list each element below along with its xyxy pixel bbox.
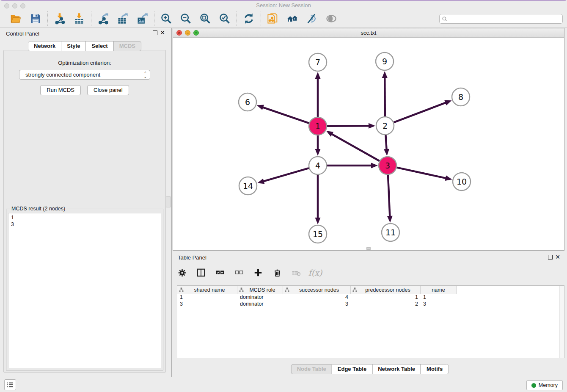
refresh-layout-icon[interactable] [242,12,255,25]
hierarchy-icon [285,287,289,292]
column-header-successor-nodes[interactable]: successor nodes [283,286,351,294]
hide-eye-icon[interactable] [306,12,318,25]
table-cell[interactable]: dominator [237,301,283,308]
graph-edge-4-14[interactable] [263,168,309,182]
save-session-icon[interactable] [29,12,42,25]
vertical-splitter[interactable] [169,28,173,377]
delete-table-icon[interactable] [291,268,301,278]
zoom-fit-icon[interactable] [199,12,212,25]
close-panel-button[interactable]: Close panel [87,85,129,95]
table-cell[interactable]: 1 [351,294,421,301]
graph-node-15[interactable]: 15 [309,225,327,243]
delete-column-icon[interactable] [272,268,282,278]
network-canvas[interactable]: 7968124314101511 [173,38,564,250]
tab-mcds[interactable]: MCDS [113,41,141,51]
export-table-icon[interactable] [116,12,129,25]
graph-edge-arrowhead [315,72,321,79]
graph-edge-3-10[interactable] [396,168,446,178]
memory-button[interactable]: Memory [526,380,563,390]
graph-node-1[interactable]: 1 [309,117,327,135]
scrollbar[interactable] [559,286,564,358]
control-panel: Control Panel ✕ NetworkStyleSelectMCDS O… [0,28,169,377]
column-header-predecessor-nodes[interactable]: predecessor nodes [351,286,421,294]
table-cell[interactable]: 1 [421,294,457,301]
export-network-icon[interactable] [97,12,110,25]
graph-edge-arrowhead [445,175,452,181]
graph-node-2[interactable]: 2 [376,117,394,135]
column-header-name[interactable]: name [421,286,457,294]
gear-icon[interactable] [177,268,187,278]
graph-edge-1-2[interactable] [327,126,369,126]
graph-node-3[interactable]: 3 [379,157,396,174]
tab-select[interactable]: Select [85,41,113,51]
graph-node-14[interactable]: 14 [239,177,257,195]
mcds-result-box: MCDS result (2 nodes) 1 3 [6,209,163,370]
table-row[interactable]: 3dominator323 [177,301,564,308]
tab-edge-table[interactable]: Edge Table [332,364,372,374]
table-cell[interactable]: 3 [177,301,237,308]
canvas-splitter-grip[interactable] [366,247,371,250]
zoom-out-icon[interactable] [179,12,192,25]
table-cell[interactable]: 1 [177,294,237,301]
graph-node-8[interactable]: 8 [452,88,470,106]
unselect-all-icon[interactable] [234,268,244,278]
import-table-icon[interactable] [73,12,85,25]
mcds-result-list[interactable]: 1 3 [8,213,161,368]
graph-node-10[interactable]: 10 [453,173,471,190]
network-file-icon[interactable] [267,12,279,25]
search-icon [442,16,448,22]
table-cell[interactable]: 2 [351,301,421,308]
tab-network[interactable]: Network [28,41,61,51]
criterion-select[interactable]: strongly connected component ⌃⌄ [19,70,150,80]
import-network-icon[interactable] [53,12,66,25]
graph-node-4[interactable]: 4 [309,157,327,174]
zoom-selected-icon[interactable] [218,12,231,25]
tab-style[interactable]: Style [61,41,86,51]
svg-text:1: 1 [315,121,320,131]
function-builder-icon[interactable]: f(x) [310,268,320,278]
table-cell[interactable]: dominator [237,294,283,301]
open-session-icon[interactable] [10,12,22,25]
table-cell[interactable]: 3 [421,301,457,308]
graph-edge-1-6[interactable] [262,107,309,123]
tab-network-table[interactable]: Network Table [372,364,421,374]
graph-node-11[interactable]: 11 [382,224,399,241]
run-mcds-button[interactable]: Run MCDS [40,85,81,95]
graph-node-9[interactable]: 9 [376,52,394,70]
split-view-icon[interactable] [196,268,206,278]
mcds-result-title: MCDS result (2 nodes) [10,206,67,212]
optimization-criterion-label: Optimization criterion: [4,60,165,66]
zoom-in-icon[interactable] [160,12,173,25]
graph-edge-2-3[interactable] [385,135,386,150]
hierarchy-icon [239,287,244,292]
graph-edge-3-1[interactable] [331,134,380,161]
graph-edge-2-8[interactable] [394,102,446,122]
float-panel-icon[interactable] [153,30,157,35]
mcds-panel: Optimization criterion: strongly connect… [3,50,166,373]
graph-edge-arrowhead [387,216,393,223]
hierarchy-icon [179,287,184,292]
column-header-shared-name[interactable]: shared name [177,286,237,294]
search-input[interactable] [448,15,562,23]
graph-edge-2-9[interactable] [385,77,385,116]
network-window-titlebar[interactable]: ✕ − + scc.txt [173,28,564,38]
graph-node-6[interactable]: 6 [239,93,256,111]
splitter-grip[interactable] [166,196,171,207]
add-column-icon[interactable] [253,268,263,278]
column-header-MCDS-role[interactable]: MCDS role [237,286,283,294]
close-table-panel-icon[interactable]: ✕ [555,254,560,260]
float-table-panel-icon[interactable] [548,255,553,259]
export-image-icon[interactable] [136,12,149,25]
tab-motifs[interactable]: Motifs [421,364,449,374]
tab-node-table[interactable]: Node Table [291,364,332,374]
graph-edge-3-11[interactable] [388,175,390,217]
task-history-icon[interactable] [4,379,16,390]
close-panel-icon[interactable]: ✕ [160,29,165,36]
show-eye-icon[interactable] [325,12,338,25]
table-cell[interactable]: 3 [283,301,351,308]
home-icon[interactable] [286,12,299,25]
table-cell[interactable]: 4 [283,294,351,301]
table-row[interactable]: 1dominator411 [177,294,564,301]
graph-node-7[interactable]: 7 [309,53,327,71]
select-all-icon[interactable] [215,268,225,278]
